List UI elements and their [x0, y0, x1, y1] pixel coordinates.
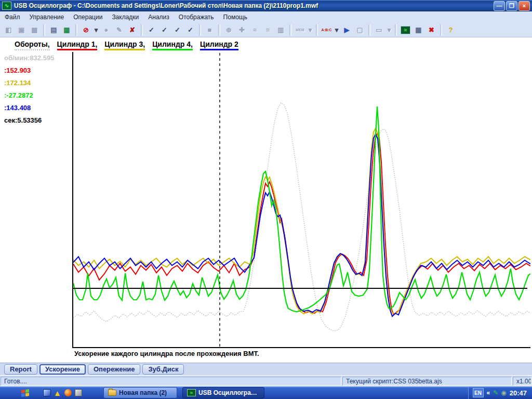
record-button[interactable]: ● [100, 24, 112, 36]
close-file-button[interactable]: ✖ [425, 24, 437, 36]
quicklaunch-cube-icon [75, 389, 82, 396]
toolbar-separator [368, 24, 370, 36]
toolbar-separator [199, 24, 201, 36]
edit-button[interactable]: ✎ [113, 24, 125, 36]
stop-dropdown[interactable]: ▾ [93, 24, 99, 36]
menu-item-Анализ[interactable]: Анализ [143, 12, 174, 22]
plot-svg[interactable] [73, 52, 530, 347]
script-slot-button[interactable]: ▢ [354, 24, 366, 36]
x-axis-line [72, 347, 530, 348]
zoom-button[interactable]: ⊕ [223, 24, 235, 36]
check-3-button[interactable]: ✓ [171, 24, 183, 36]
square-button[interactable]: ■ [204, 24, 216, 36]
folder-icon [108, 390, 116, 396]
tab-опережение[interactable]: Опережение [88, 364, 141, 375]
toolbar: ◧▣▩▤▦⊘▾●✎✘✓✓✓✓■⊕✚≈≡▥MEM▾A:B:C▾▶▢▭▾≈▦✖? [0, 23, 532, 37]
cursor-readout-3: :-27.2872 [4, 91, 33, 99]
display-settings-button[interactable]: ▦ [61, 24, 73, 36]
quicklaunch-cube-icon[interactable] [74, 389, 83, 397]
toolbar-separator [289, 24, 291, 36]
toolbar-separator [218, 24, 220, 36]
taskbar-button-oscilloscope[interactable]: ≈USB Осциллограф - ... [182, 387, 264, 398]
tab-зуб.диск[interactable]: Зуб.Диск [142, 364, 184, 375]
menu-item-Закладки[interactable]: Закладки [107, 12, 143, 22]
menu-item-Файл[interactable]: Файл [0, 12, 25, 22]
status-script: Текущий скрипт:CSS 035betta.ajs [342, 377, 512, 385]
taskbar-button-folder[interactable]: Новая папка (2) [103, 387, 177, 398]
legend-item-цилиндр2[interactable]: Цилиндр 2 [200, 40, 238, 50]
tray-icons: ✎◉ [493, 390, 507, 396]
taskbar-button-label: Новая папка (2) [119, 389, 167, 396]
status-zoom: x1.00 [513, 377, 531, 385]
tab-ускорение[interactable]: Ускорение [39, 364, 86, 375]
script-open-button[interactable]: A:B:C [321, 24, 332, 36]
script-keyboard-button[interactable]: ▭ [373, 24, 385, 36]
wave-button[interactable]: ≈ [249, 24, 261, 36]
stop-button[interactable]: ⊘ [80, 24, 92, 36]
save-file-button[interactable]: ▣ [16, 24, 28, 36]
align-button[interactable]: ≡ [262, 24, 274, 36]
quicklaunch-firefox-icon[interactable] [63, 389, 72, 397]
status-ready: Готов.... [1, 377, 341, 385]
scope-icon: ≈ [187, 389, 196, 396]
menu-item-Операции[interactable]: Операции [69, 12, 107, 22]
quicklaunch-acdsee-icon[interactable]: ▲ [53, 389, 62, 397]
cursor-readout-2: :172.134 [4, 79, 31, 87]
taskbar-clock[interactable]: 20:47 [510, 389, 529, 397]
chart-caption: Ускорение каждого цилиндра после прохожд… [74, 350, 259, 357]
check-2-button[interactable]: ✓ [158, 24, 170, 36]
legend-item-цилиндр1[interactable]: Цилиндр 1, [57, 40, 98, 50]
cursor-readout-5: сек:5.53356 [4, 116, 42, 124]
save-as-button[interactable]: ▩ [29, 24, 41, 36]
menu-item-Отображать[interactable]: Отображать [174, 12, 219, 22]
taskbar: ▲ Новая папка (2)≈USB Осциллограф - ... … [0, 387, 532, 399]
check-4-button[interactable]: ✓ [184, 24, 196, 36]
help-button[interactable]: ? [445, 24, 457, 36]
start-button[interactable] [15, 387, 35, 399]
cursor-readout-0: об/мин:832.595 [4, 54, 54, 62]
table-view-button[interactable]: ▦ [413, 24, 424, 36]
quick-launch: ▲ [43, 389, 83, 397]
print-button[interactable]: ▤ [48, 24, 60, 36]
status-bar: Готов.... Текущий скрипт:CSS 035betta.aj… [0, 375, 532, 387]
app-window: ∿ USB Осциллограф - C:\Documents and Set… [0, 0, 532, 399]
window-title: USB Осциллограф - C:\Documents and Setti… [14, 2, 493, 9]
tray-pencil-icon[interactable]: ✎ [493, 390, 498, 396]
task-buttons: Новая папка (2)≈USB Осциллограф - ... [103, 387, 264, 398]
taskbar-button-label: USB Осциллограф - ... [198, 389, 260, 396]
close-button[interactable]: × [518, 1, 530, 11]
client-area: Обороты,Цилиндр 1,Цилиндр 3,Цилиндр 4,Ци… [0, 37, 532, 363]
legend-item-цилиндр3[interactable]: Цилиндр 3, [104, 40, 145, 50]
quicklaunch-display-icon[interactable] [43, 389, 51, 397]
windows-logo-icon [21, 389, 29, 396]
check-1-button[interactable]: ✓ [145, 24, 157, 36]
series-Цилиндр 2 [73, 134, 530, 316]
menu-item-Управление[interactable]: Управление [25, 12, 69, 22]
tray-chevron-icon[interactable]: « [487, 389, 490, 396]
tray-status-icon[interactable]: ◉ [501, 390, 506, 396]
minimize-button[interactable]: — [494, 1, 505, 11]
menu-item-Помощь[interactable]: Помощь [219, 12, 252, 22]
script-keyboard-dropdown[interactable]: ▾ [386, 24, 392, 36]
toolbar-separator [440, 24, 442, 36]
title-bar[interactable]: ∿ USB Осциллограф - C:\Documents and Set… [0, 0, 532, 11]
legend-item-цилиндр4[interactable]: Цилиндр 4, [152, 40, 193, 50]
toolbar-separator [75, 24, 77, 36]
mem-button[interactable]: MEM [294, 24, 306, 36]
list-button[interactable]: ▥ [275, 24, 287, 36]
system-tray: EN « ✎◉ 20:47 [468, 387, 532, 399]
legend-item-обороты[interactable]: Обороты, [15, 40, 50, 50]
script-run-button[interactable]: ▶ [341, 24, 353, 36]
open-file-button[interactable]: ◧ [3, 24, 15, 36]
mem-dropdown[interactable]: ▾ [307, 24, 313, 36]
script-open-dropdown[interactable]: ▾ [334, 24, 340, 36]
pan-button[interactable]: ✚ [236, 24, 248, 36]
channel-legend: Обороты,Цилиндр 1,Цилиндр 3,Цилиндр 4,Ци… [15, 40, 238, 50]
delete-button[interactable]: ✘ [126, 24, 138, 36]
language-indicator[interactable]: EN [473, 388, 484, 397]
menu-bar: ФайлУправлениеОперацииЗакладкиАнализОтоб… [0, 11, 532, 23]
scope-view-button[interactable]: ≈ [400, 24, 411, 36]
restore-button[interactable]: ❐ [506, 1, 517, 11]
toolbar-separator [395, 24, 397, 36]
tab-report[interactable]: Report [4, 364, 37, 375]
